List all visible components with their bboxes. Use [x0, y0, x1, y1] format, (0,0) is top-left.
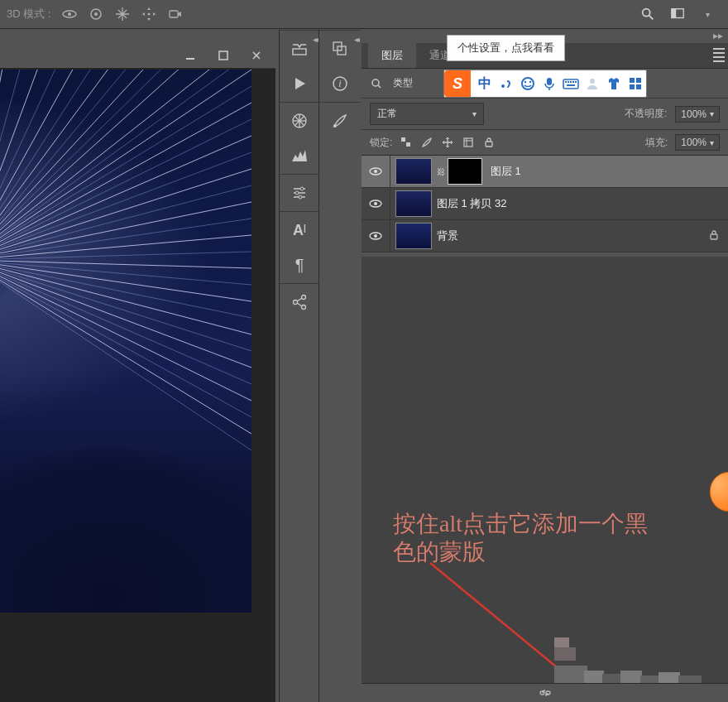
svg-point-103 [590, 79, 595, 84]
pan-icon[interactable] [112, 3, 133, 25]
document-window [0, 43, 279, 702]
character-icon[interactable]: A| [290, 220, 309, 240]
ime-grid-icon[interactable] [625, 71, 646, 96]
svg-point-83 [374, 202, 377, 205]
adjustments-icon[interactable] [290, 183, 309, 203]
collapsed-panel-column-1: ◂◂ A| ¶ [279, 30, 319, 702]
annotation-text: 按住alt点击它添加一个黑 色的蒙版 [393, 510, 724, 565]
chevron-down-icon: ▾ [710, 109, 714, 118]
info-icon[interactable]: i [330, 74, 350, 94]
maximize-button[interactable] [209, 46, 237, 65]
svg-line-18 [0, 235, 251, 260]
actions-icon[interactable] [290, 39, 309, 59]
visibility-toggle[interactable] [362, 220, 390, 252]
orbit-icon[interactable] [59, 3, 80, 25]
svg-rect-49 [293, 49, 306, 55]
svg-rect-106 [630, 84, 635, 89]
layer-thumbnail[interactable] [395, 223, 432, 249]
share-icon[interactable] [290, 292, 309, 312]
expand-handle-icon[interactable]: ◂◂ [313, 35, 316, 44]
svg-rect-76 [464, 138, 472, 147]
layer-name[interactable]: 图层 1 拷贝 32 [437, 196, 720, 211]
filter-type-select[interactable]: 类型 [388, 74, 418, 93]
ime-skin-icon[interactable] [603, 71, 625, 96]
svg-point-1 [68, 12, 71, 16]
svg-point-4 [148, 13, 151, 16]
ime-face-icon[interactable] [517, 71, 539, 96]
fill-label: 填充: [645, 136, 668, 150]
layer-list: ⛓ 图层 1 图层 1 拷贝 32 背景 [362, 156, 728, 252]
chevron-down-icon[interactable]: ▾ [695, 3, 720, 25]
svg-rect-86 [711, 234, 717, 239]
svg-point-61 [299, 195, 302, 199]
expand-handle-icon-2[interactable]: ◂◂ [354, 35, 357, 44]
ime-toolbar[interactable]: S 中 [443, 70, 647, 98]
link-mask-icon[interactable]: ⛓ [437, 167, 445, 176]
ime-logo-icon[interactable]: S [444, 70, 471, 97]
layer-thumbnail[interactable] [395, 158, 432, 185]
svg-rect-11 [219, 51, 228, 60]
layer-mask-thumbnail[interactable] [448, 158, 482, 185]
ime-punct-icon[interactable] [496, 71, 517, 96]
panel-menu-icon[interactable] [710, 48, 725, 62]
svg-rect-101 [575, 81, 577, 83]
brush-icon[interactable] [330, 111, 350, 131]
lock-label: 锁定: [370, 136, 392, 150]
svg-rect-75 [406, 142, 410, 147]
svg-point-85 [374, 234, 377, 238]
layer-style-icon[interactable] [330, 39, 350, 59]
opacity-input[interactable]: 100% ▾ [675, 106, 720, 123]
screen-mode-icon[interactable] [665, 3, 690, 25]
search-small-icon[interactable] [370, 77, 383, 90]
paragraph-icon[interactable]: ¶ [290, 255, 309, 275]
document-titlebar [0, 43, 275, 69]
chevron-down-icon: ▾ [472, 109, 477, 118]
blend-mode-value: 正常 [377, 107, 397, 121]
layer-row[interactable]: 图层 1 拷贝 32 [362, 188, 728, 220]
link-layers-icon[interactable] [539, 686, 552, 700]
ime-mic-icon[interactable] [539, 71, 560, 96]
layer-row[interactable]: 背景 [362, 220, 728, 252]
svg-line-21 [0, 260, 251, 334]
layer-row[interactable]: ⛓ 图层 1 [362, 156, 728, 188]
svg-line-66 [297, 303, 302, 306]
rotate-icon[interactable] [85, 3, 107, 25]
lock-position-icon[interactable] [441, 136, 454, 149]
svg-line-65 [297, 298, 302, 301]
wheel-icon[interactable] [290, 111, 309, 131]
svg-line-32 [0, 86, 251, 260]
lock-brush-icon[interactable] [420, 136, 433, 149]
svg-point-6 [643, 9, 650, 17]
svg-line-17 [0, 202, 251, 260]
tab-layers[interactable]: 图层 [368, 43, 416, 68]
opacity-label: 不透明度: [625, 107, 667, 121]
svg-rect-104 [630, 78, 635, 83]
ime-keyboard-icon[interactable] [560, 71, 582, 96]
play-icon[interactable] [290, 74, 309, 94]
minimize-button[interactable] [176, 46, 204, 65]
svg-line-33 [0, 119, 251, 260]
search-icon[interactable] [635, 3, 660, 25]
layer-name[interactable]: 背景 [437, 228, 708, 243]
visibility-toggle[interactable] [362, 156, 390, 187]
annotation-line1: 按住alt点击它添加一个黑 [393, 511, 648, 536]
lock-all-icon[interactable] [482, 136, 496, 149]
blend-mode-select[interactable]: 正常 ▾ [370, 103, 484, 125]
layer-name[interactable]: 图层 1 [491, 164, 720, 179]
layer-thumbnail[interactable] [395, 190, 432, 217]
histogram-icon[interactable] [290, 146, 309, 166]
camera-icon[interactable] [165, 3, 186, 25]
svg-rect-98 [568, 81, 569, 83]
ime-user-icon[interactable] [582, 71, 603, 96]
close-button[interactable] [242, 46, 271, 65]
options-bar: 3D 模式 : ▾ [0, 0, 728, 29]
ime-lang-button[interactable]: 中 [474, 71, 496, 96]
lock-transparent-icon[interactable] [400, 136, 413, 149]
chevron-down-icon: ▾ [710, 138, 714, 147]
lock-artboard-icon[interactable] [462, 136, 475, 149]
move-icon[interactable] [138, 3, 160, 25]
fill-input[interactable]: 100% ▾ [675, 134, 720, 151]
blend-opacity-row: 正常 ▾ 不透明度: 100% ▾ [362, 99, 728, 130]
svg-line-39 [0, 260, 251, 318]
visibility-toggle[interactable] [362, 188, 390, 219]
